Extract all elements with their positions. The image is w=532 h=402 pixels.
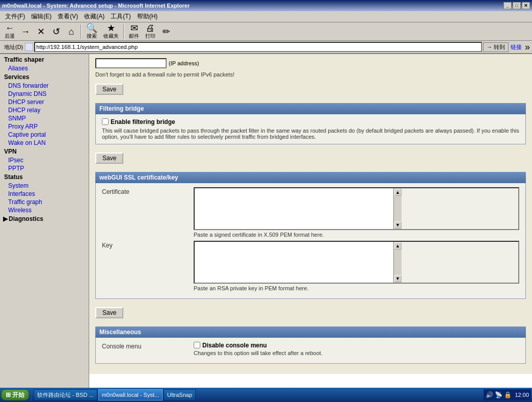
- sidebar-item-pptp[interactable]: PPTP: [0, 164, 89, 172]
- disable-console-checkbox[interactable]: [194, 342, 200, 348]
- certificate-textarea[interactable]: [195, 188, 393, 229]
- stop-icon: ✕: [37, 27, 45, 36]
- menu-view[interactable]: 查看(V): [55, 11, 81, 22]
- mid-save-button[interactable]: Save: [95, 153, 123, 164]
- sidebar-item-interfaces[interactable]: Interfaces: [0, 190, 89, 198]
- toolbar: ← 后退 → ✕ ↺ ⌂ 🔍 搜索 ★ 收藏夹 ✉ 邮件 🖨 打印 ✏: [0, 22, 532, 41]
- ipv6-warning: Don't forget to add a firewall rule to p…: [95, 71, 526, 78]
- enable-filtering-label: Enable filtering bridge: [111, 118, 175, 125]
- maximize-button[interactable]: □: [513, 2, 521, 9]
- ssl-save-button[interactable]: Save: [95, 307, 123, 318]
- certificate-content: ▲ ▼ Paste a signed certificate in X.509 …: [194, 187, 519, 238]
- menu-file[interactable]: 文件(F): [2, 11, 28, 22]
- sidebar-item-wake-on-lan[interactable]: Wake on LAN: [0, 139, 89, 147]
- certificate-hint: Paste a signed certificate in X.509 PEM …: [194, 232, 519, 238]
- certificate-label: Certificate: [102, 187, 194, 195]
- taskbar-right: 🔊 📡 🔒 12:00: [484, 389, 531, 400]
- back-label: 后退: [5, 33, 15, 40]
- back-icon: ←: [5, 23, 14, 33]
- sidebar-item-dns-forwarder[interactable]: DNS forwarder: [0, 82, 89, 90]
- go-button[interactable]: → 转到: [483, 42, 509, 52]
- edit-button[interactable]: ✏: [159, 26, 173, 38]
- sidebar-section-services[interactable]: Services: [0, 72, 89, 82]
- refresh-button[interactable]: ↺: [49, 26, 63, 38]
- sidebar-section-status[interactable]: Status: [0, 172, 89, 182]
- close-button[interactable]: ✕: [522, 2, 530, 9]
- ssl-section: webGUI SSL certificate/key Certificate ▲: [95, 172, 526, 299]
- top-save-section: Save: [95, 82, 526, 97]
- forward-button[interactable]: →: [18, 26, 33, 38]
- sidebar-item-dynamic-dns[interactable]: Dynamic DNS: [0, 90, 89, 98]
- sidebar-item-ipsec[interactable]: IPsec: [0, 156, 89, 164]
- top-ip-section: (IP address) Don't forget to add a firew…: [95, 58, 526, 78]
- mid-save-section: Save: [95, 150, 526, 166]
- filtering-bridge-description: This will cause bridged packets to pass …: [102, 128, 519, 140]
- ip-address-input[interactable]: [95, 58, 167, 68]
- certificate-textarea-container: ▲ ▼: [194, 187, 519, 230]
- mail-label: 邮件: [129, 33, 139, 40]
- key-scroll-track: [394, 249, 401, 275]
- menu-edit[interactable]: 编辑(E): [28, 11, 55, 22]
- sidebar-section-diagnostics[interactable]: ▶ Diagnostics: [0, 214, 89, 223]
- sidebar-item-captive-portal[interactable]: Captive portal: [0, 131, 89, 139]
- links-label[interactable]: 链接: [509, 43, 524, 51]
- key-row: Key ▲ ▼ Paste an RSA private key in P: [102, 241, 519, 291]
- home-button[interactable]: ⌂: [64, 26, 78, 38]
- taskbar: ⊞ 开始 软件路由论坛 - BSD ... m0n0wall.local - S…: [0, 388, 532, 402]
- sidebar-item-dhcp-server[interactable]: DHCP server: [0, 98, 89, 106]
- title-bar: m0n0wall.local - System: Advanced setup …: [0, 0, 532, 11]
- enable-filtering-checkbox[interactable]: [102, 118, 109, 125]
- stop-button[interactable]: ✕: [34, 26, 48, 38]
- sidebar-item-system[interactable]: System: [0, 182, 89, 190]
- mail-button[interactable]: ✉ 邮件: [126, 22, 142, 41]
- key-scroll-up[interactable]: ▲: [394, 242, 402, 249]
- sidebar-section-traffic-shaper[interactable]: Traffic shaper: [0, 55, 89, 64]
- misc-header: Miscellaneous: [95, 326, 526, 338]
- taskbar-separator: [31, 389, 32, 400]
- sidebar-item-snmp[interactable]: SNMP: [0, 114, 89, 122]
- misc-body: Console menu Disable console menu Change…: [95, 338, 526, 364]
- favorites-button[interactable]: ★ 收藏夹: [101, 22, 121, 41]
- print-button[interactable]: 🖨 打印: [143, 22, 158, 41]
- sidebar-item-aliases[interactable]: Aliases: [0, 64, 89, 72]
- taskbar-app-1[interactable]: m0n0wall.local - Syst...: [98, 389, 163, 400]
- certificate-row: Certificate ▲ ▼ Paste a signed certif: [102, 187, 519, 238]
- menu-help[interactable]: 帮助(H): [134, 11, 161, 22]
- enable-filtering-row: Enable filtering bridge: [102, 118, 519, 125]
- sidebar-item-traffic-graph[interactable]: Traffic graph: [0, 198, 89, 206]
- filtering-bridge-section: Filtering bridge Enable filtering bridge…: [95, 103, 526, 144]
- key-textarea-container: ▲ ▼: [194, 241, 519, 284]
- minimize-button[interactable]: _: [503, 2, 512, 9]
- scroll-down-arrow[interactable]: ▼: [394, 221, 402, 229]
- page-favicon: [25, 43, 33, 51]
- key-label: Key: [102, 241, 194, 249]
- address-input[interactable]: [34, 42, 482, 52]
- ip-label: (IP address): [169, 60, 199, 66]
- sidebar-section-vpn[interactable]: VPN: [0, 147, 89, 156]
- sidebar-item-dhcp-relay[interactable]: DHCP relay: [0, 106, 89, 114]
- console-menu-row: Console menu Disable console menu Change…: [102, 342, 519, 356]
- disable-console-row: Disable console menu: [194, 342, 519, 349]
- diagnostics-arrow: ▶: [3, 215, 8, 222]
- search-button[interactable]: 🔍 搜索: [84, 22, 100, 41]
- start-button[interactable]: ⊞ 开始: [1, 389, 29, 400]
- scroll-up-arrow[interactable]: ▲: [394, 189, 402, 196]
- sidebar-item-wireless[interactable]: Wireless: [0, 206, 89, 214]
- certificate-scrollbar: ▲ ▼: [393, 188, 402, 229]
- menu-favorites[interactable]: 收藏(A): [81, 11, 108, 22]
- ip-row: (IP address): [95, 58, 526, 68]
- toolbar-separator-2: [123, 24, 124, 39]
- misc-section: Miscellaneous Console menu Disable conso…: [95, 326, 526, 364]
- sidebar: Traffic shaper Aliases Services DNS forw…: [0, 54, 89, 388]
- menu-tools[interactable]: 工具(T): [108, 11, 134, 22]
- key-textarea[interactable]: [195, 242, 393, 283]
- top-save-button[interactable]: Save: [95, 84, 123, 95]
- key-scroll-down[interactable]: ▼: [394, 275, 402, 282]
- menu-bar: 文件(F) 编辑(E) 查看(V) 收藏(A) 工具(T) 帮助(H): [0, 11, 532, 22]
- sidebar-item-proxy-arp[interactable]: Proxy ARP: [0, 122, 89, 131]
- back-button[interactable]: ← 后退: [2, 22, 17, 41]
- taskbar-app-2[interactable]: UltraSnap: [164, 389, 196, 400]
- star-icon: ★: [107, 23, 115, 33]
- console-menu-content: Disable console menu Changes to this opt…: [194, 342, 519, 356]
- taskbar-app-0[interactable]: 软件路由论坛 - BSD ...: [34, 389, 97, 400]
